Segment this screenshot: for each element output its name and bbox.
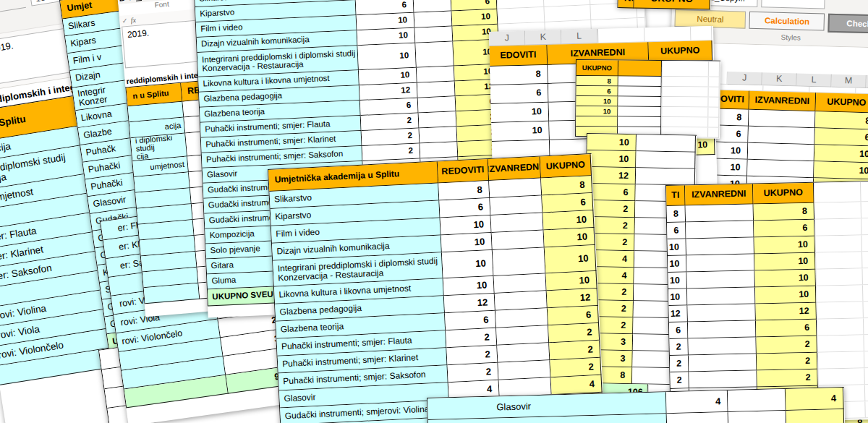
ukupno-value-cell[interactable]: 10 (452, 9, 498, 27)
grid-cell[interactable] (814, 218, 868, 236)
ukupno-value-cell[interactable]: 8 (815, 111, 868, 129)
column-header-cell[interactable]: UKUPNO (540, 154, 592, 178)
ukupno-value-cell[interactable]: 8 (754, 203, 814, 221)
column-header-cell[interactable]: UKUPNO (576, 60, 618, 77)
value-cell[interactable]: 10 (668, 255, 686, 273)
value-cell[interactable] (490, 213, 543, 232)
value-cell[interactable] (618, 87, 662, 98)
value-cell[interactable] (688, 320, 756, 338)
ukupno-value-cell[interactable]: 4 (786, 388, 844, 411)
value-cell[interactable] (688, 337, 756, 355)
value-cell[interactable]: 2 (670, 372, 689, 389)
value-cell[interactable] (495, 291, 548, 310)
value-cell[interactable] (493, 247, 546, 275)
column-header-cell[interactable]: TI (666, 185, 686, 206)
value-cell[interactable] (687, 304, 755, 322)
value-cell[interactable] (747, 160, 814, 178)
ukupno-value-cell[interactable]: 6 (756, 320, 817, 338)
value-cell[interactable]: 10 (668, 272, 687, 289)
value-cell[interactable] (728, 411, 787, 423)
ukupno-value-cell[interactable] (576, 116, 618, 127)
ukupno-value-cell[interactable]: 10 (542, 210, 594, 230)
value-cell[interactable] (686, 204, 754, 222)
grid-cell[interactable] (817, 317, 868, 336)
value-cell[interactable] (687, 287, 755, 305)
column-header-cell[interactable]: IZVANREDNI (685, 184, 754, 205)
value-cell[interactable] (728, 389, 786, 412)
grid-cell[interactable] (662, 77, 720, 87)
bold-icon[interactable]: B (119, 0, 125, 3)
grid-cell[interactable] (815, 235, 868, 253)
value-cell[interactable] (637, 134, 696, 152)
value-cell[interactable]: 10 (441, 233, 493, 252)
grid-cell[interactable] (815, 252, 868, 270)
ukupno-value-cell[interactable]: 8 (576, 76, 618, 87)
value-cell[interactable] (420, 127, 458, 143)
value-cell[interactable] (689, 370, 757, 388)
ukupno-value-cell[interactable]: 2 (757, 353, 817, 371)
value-cell[interactable]: 6 (439, 198, 490, 218)
value-cell[interactable] (418, 96, 456, 113)
font-name-box[interactable] (0, 0, 26, 20)
value-cell[interactable] (667, 412, 729, 423)
value-cell[interactable] (748, 127, 815, 145)
column-header-cell[interactable] (814, 181, 868, 203)
value-cell[interactable] (749, 110, 816, 128)
value-cell[interactable]: 10 (491, 121, 550, 142)
ukupno-value-cell[interactable]: 12 (547, 289, 598, 308)
value-cell[interactable] (687, 270, 755, 289)
grid-cell[interactable] (662, 87, 720, 98)
column-header-cell[interactable]: IZVANREDNI (749, 91, 817, 111)
value-cell[interactable] (420, 142, 458, 158)
value-cell[interactable]: 6 (669, 322, 688, 339)
value-cell[interactable]: 6 (445, 311, 496, 330)
value-cell[interactable]: 4 (666, 390, 728, 414)
value-cell[interactable] (636, 151, 695, 168)
value-cell[interactable] (415, 41, 454, 67)
grid-cell[interactable] (817, 367, 868, 385)
value-cell[interactable] (495, 308, 548, 328)
ukupno-value-cell[interactable]: 2 (756, 336, 817, 354)
value-cell[interactable] (686, 237, 754, 255)
column-header-cell[interactable]: REDOVITI (438, 159, 489, 183)
grid-cell[interactable] (814, 202, 868, 220)
value-cell[interactable]: 2 (448, 363, 499, 383)
ukupno-value-cell[interactable]: 10 (814, 145, 868, 163)
column-header-cell[interactable] (618, 61, 662, 77)
column-header-cell[interactable]: IZVANREDNI (488, 157, 541, 181)
fx-icon[interactable]: fx (130, 16, 136, 25)
value-cell[interactable] (686, 254, 754, 272)
ukupno-value-cell[interactable]: 10 (755, 286, 816, 304)
enter-check-icon[interactable]: ✓ (122, 17, 128, 25)
value-cell[interactable]: 2 (670, 355, 689, 372)
value-cell[interactable]: 2 (669, 338, 688, 356)
ukupno-value-cell[interactable]: 6 (586, 184, 635, 201)
value-cell[interactable]: 10 (442, 250, 494, 278)
value-cell[interactable] (489, 179, 542, 198)
ukupno-value-cell[interactable]: 2 (550, 358, 601, 377)
grid-cell[interactable] (816, 301, 868, 319)
ukupno-value-cell[interactable]: 2 (757, 369, 817, 388)
value-cell[interactable] (618, 97, 661, 108)
value-cell[interactable] (417, 66, 455, 82)
ukupno-value-cell[interactable]: 4 (551, 375, 603, 395)
value-cell[interactable]: 8 (438, 181, 490, 200)
ukupno-value-cell[interactable]: 10 (754, 253, 815, 271)
value-cell[interactable] (748, 143, 815, 161)
value-cell[interactable] (414, 11, 453, 27)
ukupno-value-cell[interactable]: 10 (754, 236, 815, 255)
value-cell[interactable]: 10 (491, 103, 550, 123)
value-cell[interactable] (497, 343, 550, 362)
value-cell[interactable] (492, 230, 545, 249)
value-cell[interactable]: 2 (446, 346, 498, 365)
value-cell[interactable]: 12 (444, 294, 495, 313)
column-header-cell[interactable]: UKUPNO (753, 183, 814, 205)
column-header-cell[interactable]: UKUPNO (648, 40, 712, 62)
ukupno-value-cell[interactable]: 10 (755, 270, 816, 288)
grid-cell[interactable] (661, 107, 719, 118)
ukupno-value-cell[interactable]: 6 (814, 128, 868, 146)
ukupno-value-cell[interactable]: 10 (545, 245, 597, 273)
grid-cell[interactable] (816, 284, 868, 302)
grid-cell[interactable] (817, 334, 868, 352)
value-cell[interactable]: 6 (667, 222, 686, 239)
